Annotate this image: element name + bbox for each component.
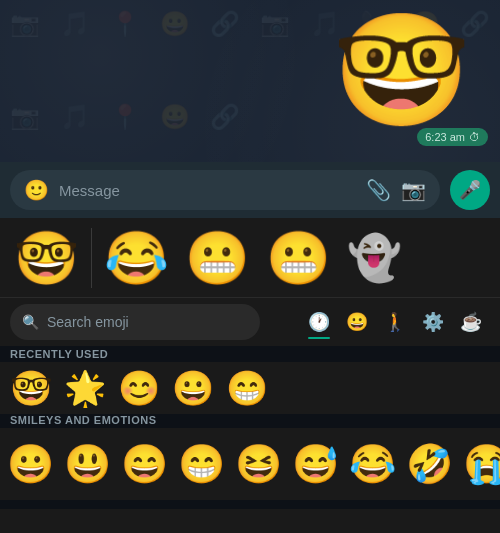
emoji-button[interactable]: 🙂 (24, 178, 49, 202)
search-icon: 🔍 (22, 314, 39, 330)
recently-used-label: RECENTLY USED (10, 348, 108, 360)
tab-smileys[interactable]: 😀 (346, 311, 368, 333)
recent-emoji-5[interactable]: 😁 (222, 368, 272, 408)
emoji-category-tabs: 🕐 😀 🚶 ⚙️ ☕ (308, 311, 490, 333)
smiley-5[interactable]: 😆 (230, 442, 287, 486)
message-input[interactable] (59, 182, 356, 199)
recently-used-row: 🤓 🌟 😊 😀 😁 (0, 362, 500, 414)
search-input[interactable] (47, 314, 248, 330)
smiley-9[interactable]: 😭 (458, 442, 500, 486)
emoji-strip: 🤓 😂 😬 😬 👻 (0, 218, 500, 298)
message-bar: 🙂 📎 📷 🎤 (0, 162, 500, 218)
recent-emoji-3[interactable]: 😊 (114, 368, 164, 408)
smiley-6[interactable]: 😅 (287, 442, 344, 486)
chat-big-emoji: 🤓 (333, 15, 470, 125)
smileys-emotions-label: SMILEYS AND EMOTIONS (10, 414, 157, 426)
mic-button[interactable]: 🎤 (450, 170, 490, 210)
tab-recent[interactable]: 🕐 (308, 311, 330, 333)
recent-emoji-2[interactable]: 🌟 (60, 368, 110, 408)
message-input-container: 🙂 📎 📷 (10, 170, 440, 210)
smiley-8[interactable]: 🤣 (401, 442, 458, 486)
camera-icon: 📷 (401, 178, 426, 202)
paperclip-icon: 📎 (366, 178, 391, 202)
tab-people[interactable]: 🚶 (384, 311, 406, 333)
strip-emoji-3[interactable]: 😬 (177, 232, 258, 284)
recent-emoji-1[interactable]: 🤓 (6, 368, 56, 408)
emoji-icon: 🙂 (24, 178, 49, 202)
smiley-3[interactable]: 😄 (116, 442, 173, 486)
timestamp-bubble: 6:23 am ⏱ (417, 128, 488, 146)
tab-activities[interactable]: ⚙️ (422, 311, 444, 333)
search-input-container: 🔍 (10, 304, 260, 340)
smiley-1[interactable]: 😀 (2, 442, 59, 486)
bottom-bar (0, 509, 500, 533)
clock-icon: ⏱ (469, 131, 480, 143)
smiley-4[interactable]: 😁 (173, 442, 230, 486)
strip-divider (91, 228, 92, 288)
smiley-2[interactable]: 😃 (59, 442, 116, 486)
timestamp-text: 6:23 am (425, 131, 465, 143)
strip-emoji-2[interactable]: 😂 (96, 232, 177, 284)
mic-icon: 🎤 (459, 179, 481, 201)
smileys-emotions-row: 😀 😃 😄 😁 😆 😅 😂 🤣 😭 🤪 (0, 428, 500, 500)
big-emoji-icon: 🤓 (333, 8, 470, 131)
strip-emoji-5[interactable]: 👻 (339, 232, 410, 284)
strip-emoji-1[interactable]: 🤓 (6, 232, 87, 284)
search-bar: 🔍 🕐 😀 🚶 ⚙️ ☕ (0, 298, 500, 346)
smiley-7[interactable]: 😂 (344, 442, 401, 486)
recent-emoji-4[interactable]: 😀 (168, 368, 218, 408)
strip-emoji-4[interactable]: 😬 (258, 232, 339, 284)
tab-objects[interactable]: ☕ (460, 311, 482, 333)
attach-button[interactable]: 📎 (366, 178, 391, 202)
camera-button[interactable]: 📷 (401, 178, 426, 202)
